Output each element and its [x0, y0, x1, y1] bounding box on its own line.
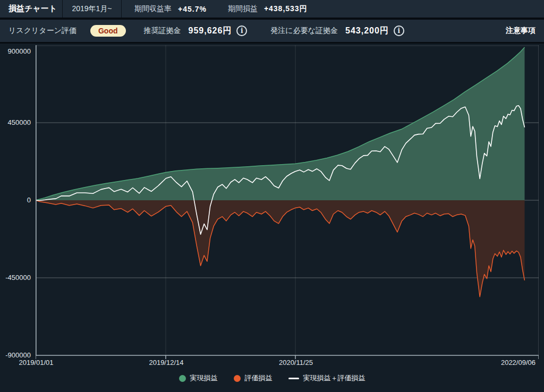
order-margin-value: 543,200円: [345, 25, 389, 37]
page-title: 損益チャート: [0, 4, 62, 14]
info-icon[interactable]: i: [394, 25, 404, 36]
recommended-margin-label: 推奨証拠金: [144, 26, 181, 36]
legend-item-realized: 実現損益: [179, 373, 218, 383]
period-pl-value: +438,533円: [264, 4, 308, 14]
chart-legend: 実現損益 評価損益 実現損益＋評価損益: [0, 373, 544, 383]
period-selector[interactable]: 2019年1月~: [62, 0, 122, 18]
info-icon[interactable]: i: [236, 25, 247, 36]
pl-chart-plot[interactable]: [36, 45, 539, 364]
legend-label: 実現損益＋評価損益: [303, 373, 366, 383]
y-axis-tick-label: 900000: [0, 47, 31, 56]
legend-item-total: 実現損益＋評価損益: [288, 373, 366, 383]
top-bar: 損益チャート 2019年1月~ 期間収益率 +45.7% 期間損益 +438,5…: [0, 0, 544, 20]
period-pl-label: 期間損益: [228, 4, 258, 14]
valuation-pl-dot-icon: [234, 375, 241, 382]
x-axis-tick-label: 2019/01/01: [6, 359, 66, 367]
y-axis-tick-label: -450000: [0, 273, 31, 283]
recommended-margin-value: 959,626円: [189, 25, 232, 37]
total-pl-line-icon: [288, 378, 299, 379]
legend-item-valuation: 評価損益: [234, 373, 273, 383]
order-margin-label: 発注に必要な証拠金: [270, 26, 338, 36]
period-return-metric: 期間収益率 +45.7%: [134, 4, 207, 14]
x-axis-tick-label: 2022/09/06: [476, 359, 536, 367]
period-return-value: +45.7%: [178, 5, 207, 13]
notes-link[interactable]: 注意事項: [506, 26, 536, 36]
y-axis-tick-label: 450000: [0, 118, 31, 127]
x-axis-tick-label: 2019/12/14: [137, 359, 196, 367]
realized-pl-dot-icon: [179, 375, 186, 382]
x-axis-tick-label: 2020/11/25: [266, 359, 326, 367]
period-return-label: 期間収益率: [134, 4, 172, 14]
risk-rating-badge: Good: [90, 25, 126, 37]
risk-info-bar: リスクリターン評価 Good 推奨証拠金 959,626円 i 発注に必要な証拠…: [0, 20, 544, 44]
y-axis-tick-label: 0: [0, 195, 31, 205]
risk-return-label: リスクリターン評価: [8, 26, 76, 36]
legend-label: 評価損益: [245, 373, 273, 383]
pl-chart-area: 900000 450000 0 -450000 -900000 2019/01/…: [0, 44, 544, 392]
legend-label: 実現損益: [190, 373, 218, 383]
period-pl-metric: 期間損益 +438,533円: [228, 4, 308, 14]
